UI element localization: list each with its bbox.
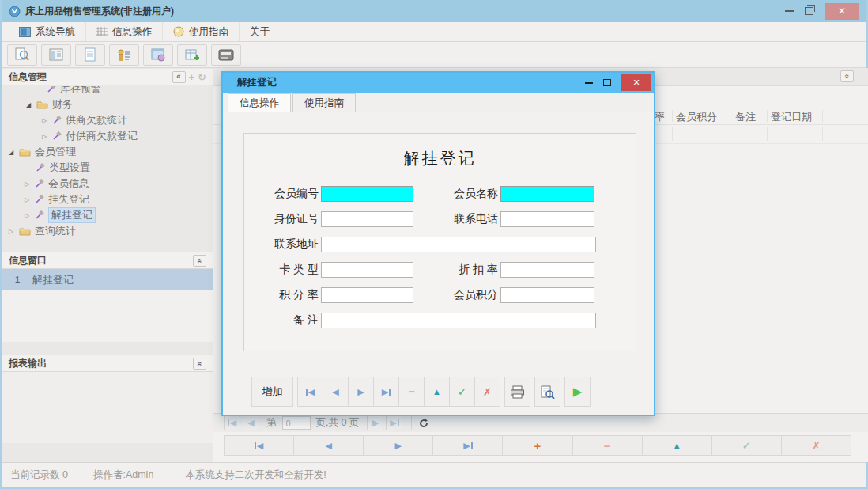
record-nav-bar: ◀ ◀ ▶ ▶ + − ▲ ✓ ✗ (224, 435, 851, 456)
last-record-icon: ▶ (463, 442, 472, 450)
tree-item-type-settings[interactable]: 类型设置 (2, 160, 213, 176)
delete-record-icon: − (408, 385, 414, 398)
add-tab-icon[interactable]: + (189, 71, 195, 83)
id-card-input[interactable] (321, 211, 413, 227)
confirm-button[interactable]: ✓ (449, 377, 475, 407)
remark-input[interactable] (321, 313, 596, 328)
dialog-close-button[interactable]: ✕ (621, 74, 651, 91)
dialog-maximize-button[interactable] (603, 79, 611, 86)
address-input[interactable] (321, 237, 596, 252)
collapsed-arrow-icon[interactable]: ▷ (40, 133, 48, 140)
status-message: 本系统支持二次开发和全新开发! (185, 468, 326, 482)
report-list-button[interactable] (41, 44, 71, 66)
record-first-button[interactable]: ◀ (297, 377, 323, 407)
collapsed-arrow-icon[interactable]: ▷ (40, 117, 48, 124)
tree-folder-finance[interactable]: ◢ 财务 (2, 97, 213, 112)
nav-delete-button[interactable]: − (572, 435, 643, 456)
tree-item-unhook-registration[interactable]: ▷ 解挂登记 (2, 207, 213, 223)
discount-input[interactable] (500, 262, 594, 278)
tree-item-pay-supplier-debt[interactable]: ▷ 付供商欠款登记 (2, 128, 213, 144)
sidebar-collapse-button[interactable]: « (172, 71, 186, 83)
pager-prev-button[interactable]: ◀ (243, 415, 259, 430)
menu-user-guide[interactable]: 使用指南 (163, 22, 240, 41)
menu-about[interactable]: 关于 (240, 22, 280, 41)
expanded-arrow-icon[interactable]: ◢ (7, 149, 15, 156)
print-button[interactable] (504, 377, 530, 407)
tree-item-loss-registration[interactable]: ▷ 挂失登记 (2, 191, 213, 207)
tab-info-ops[interactable]: 信息操作 (228, 93, 291, 112)
run-button[interactable]: ▶ (564, 377, 591, 407)
add-button[interactable]: 增加 (251, 377, 293, 407)
tree-item-supplier-debt-stats[interactable]: ▷ 供商欠款统计 (2, 112, 213, 128)
pager-refresh-icon[interactable] (418, 418, 429, 429)
nav-last-button[interactable]: ▶ (432, 435, 503, 456)
close-button[interactable]: ✕ (825, 3, 859, 20)
expanded-arrow-icon[interactable]: ◢ (25, 101, 32, 108)
panel-collapse-button[interactable]: « (193, 255, 206, 267)
tree-folder-member-mgmt[interactable]: ◢ 会员管理 (2, 144, 213, 160)
collapsed-arrow-icon[interactable]: ▷ (23, 180, 31, 188)
user-chart-button[interactable] (109, 44, 139, 66)
nav-prev-button[interactable]: ◀ (293, 435, 364, 456)
id-card-label: 身份证号 (271, 212, 319, 226)
tree-item-inventory-alert[interactable]: 库存预警 (2, 86, 213, 97)
grid-header-cell[interactable]: 登记日期 (771, 110, 812, 124)
nav-confirm-button[interactable]: ✓ (711, 435, 782, 456)
menu-bar: 系统导航 信息操作 使用指南 关于 (2, 22, 866, 42)
minimize-button[interactable] (785, 10, 794, 12)
nav-add-button[interactable]: + (502, 435, 572, 456)
card-type-input[interactable] (321, 262, 413, 278)
member-name-input[interactable] (500, 186, 594, 202)
delete-record-button[interactable]: − (398, 377, 425, 407)
record-next-button[interactable]: ▶ (348, 377, 374, 407)
edit-record-icon: ▲ (432, 387, 441, 396)
gavel-icon (35, 210, 44, 220)
document-icon (84, 47, 96, 62)
document-button[interactable] (75, 44, 105, 66)
last-record-icon: ▶ (382, 388, 391, 396)
tab-user-guide[interactable]: 使用指南 (292, 93, 356, 112)
phone-input[interactable] (500, 211, 594, 227)
gavel-icon (36, 163, 45, 172)
member-points-input[interactable] (500, 287, 594, 303)
collapsed-arrow-icon[interactable]: ▷ (23, 212, 31, 219)
restore-button[interactable] (805, 7, 813, 15)
record-last-button[interactable]: ▶ (373, 377, 399, 407)
dialog-minimize-button[interactable] (585, 82, 593, 84)
menu-info-ops[interactable]: 信息操作 (86, 22, 163, 41)
nav-cancel-button[interactable]: ✗ (781, 435, 851, 456)
nav-first-button[interactable]: ◀ (224, 435, 294, 456)
collapsed-arrow-icon[interactable]: ▷ (23, 196, 31, 203)
points-rate-input[interactable] (321, 287, 413, 303)
pager-next-button[interactable]: ▶ (367, 415, 383, 430)
info-window-row[interactable]: 1 解挂登记 (2, 269, 213, 290)
search-doc-button[interactable] (7, 44, 37, 66)
print-preview-button[interactable] (534, 377, 560, 407)
tree-item-member-info[interactable]: ▷ 会员信息 (2, 176, 213, 191)
tree-folder-query-stats[interactable]: ▷ 查询统计 (2, 223, 213, 239)
refresh-icon[interactable]: ↻ (198, 71, 206, 83)
pager-last-button[interactable]: ▶ (386, 415, 402, 430)
table-add-button[interactable] (177, 44, 207, 66)
member-name-label: 会员名称 (452, 187, 498, 201)
pager-first-button[interactable]: ◀ (224, 415, 240, 430)
grid-header-cell[interactable]: 备注 (735, 110, 756, 124)
workspace-collapse-button[interactable]: « (840, 70, 854, 82)
collapsed-arrow-icon[interactable]: ▷ (7, 228, 15, 235)
cancel-button[interactable]: ✗ (474, 377, 500, 407)
menu-system-nav[interactable]: 系统导航 (9, 22, 86, 41)
panel-collapse-button[interactable]: « (193, 358, 206, 370)
nav-next-button[interactable]: ▶ (363, 435, 433, 456)
grid-header-cell[interactable]: 会员积分 (676, 110, 717, 124)
record-prev-button[interactable]: ◀ (323, 377, 349, 407)
printer-icon (510, 385, 525, 399)
member-no-input[interactable] (321, 186, 413, 202)
card-device-button[interactable] (211, 44, 241, 66)
grid-header-cell[interactable]: 率 (655, 110, 665, 124)
edit-record-button[interactable]: ▲ (424, 377, 450, 407)
window-sphere-button[interactable] (143, 44, 173, 66)
page-number-input[interactable] (282, 416, 311, 430)
last-page-icon: ▶ (390, 419, 398, 427)
nav-edit-button[interactable]: ▲ (642, 435, 712, 456)
run-icon: ▶ (573, 385, 583, 399)
